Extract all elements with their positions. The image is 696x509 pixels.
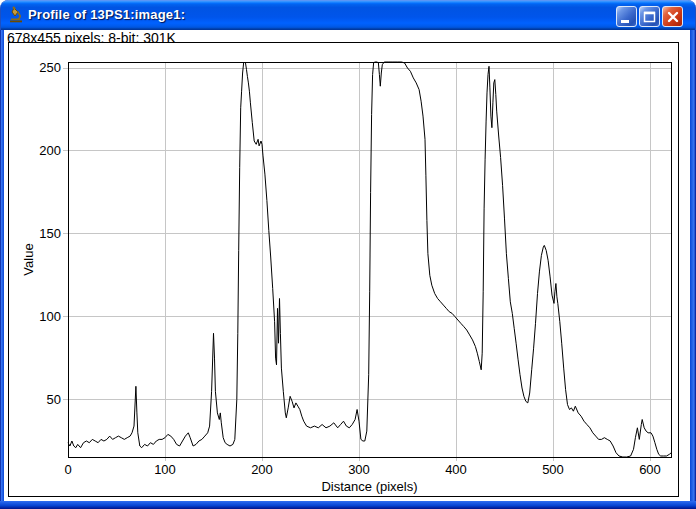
y-tick-label: 150 — [39, 226, 61, 241]
maximize-icon — [640, 7, 661, 28]
window-content: 678x455 pixels; 8-bit; 301K 010020030040… — [4, 30, 690, 501]
minimize-icon — [617, 7, 638, 28]
profile-plot-canvas[interactable]: 010020030040050060050100150200250Distanc… — [8, 42, 679, 497]
minimize-button[interactable] — [616, 6, 637, 27]
maximize-button[interactable] — [639, 6, 660, 27]
close-button[interactable] — [662, 6, 683, 27]
profile-plot: 010020030040050060050100150200250Distanc… — [9, 43, 678, 496]
x-tick-label: 100 — [154, 462, 176, 477]
y-tick-label: 250 — [39, 60, 61, 75]
window-title: Profile of 13PS1:image1: — [28, 7, 185, 22]
window-border-right[interactable] — [690, 30, 696, 501]
x-axis-title: Distance (pixels) — [321, 479, 417, 494]
y-tick-label: 50 — [47, 392, 61, 407]
title-bar[interactable]: Profile of 13PS1:image1: — [0, 0, 696, 30]
imagej-microscope-icon[interactable] — [7, 6, 25, 24]
window-border-bottom[interactable] — [0, 501, 696, 509]
profile-curve — [68, 62, 671, 457]
imagej-profile-window: Profile of 13PS1:image1: 678x455 pixels;… — [0, 0, 696, 509]
x-tick-label: 500 — [542, 462, 564, 477]
y-axis-title: Value — [21, 243, 36, 275]
x-tick-label: 0 — [64, 462, 71, 477]
window-controls — [616, 6, 683, 27]
y-tick-label: 200 — [39, 143, 61, 158]
close-icon — [663, 7, 684, 28]
y-tick-label: 100 — [39, 309, 61, 324]
x-tick-label: 300 — [348, 462, 370, 477]
x-tick-label: 600 — [639, 462, 661, 477]
x-tick-label: 200 — [251, 462, 273, 477]
x-tick-label: 400 — [445, 462, 467, 477]
